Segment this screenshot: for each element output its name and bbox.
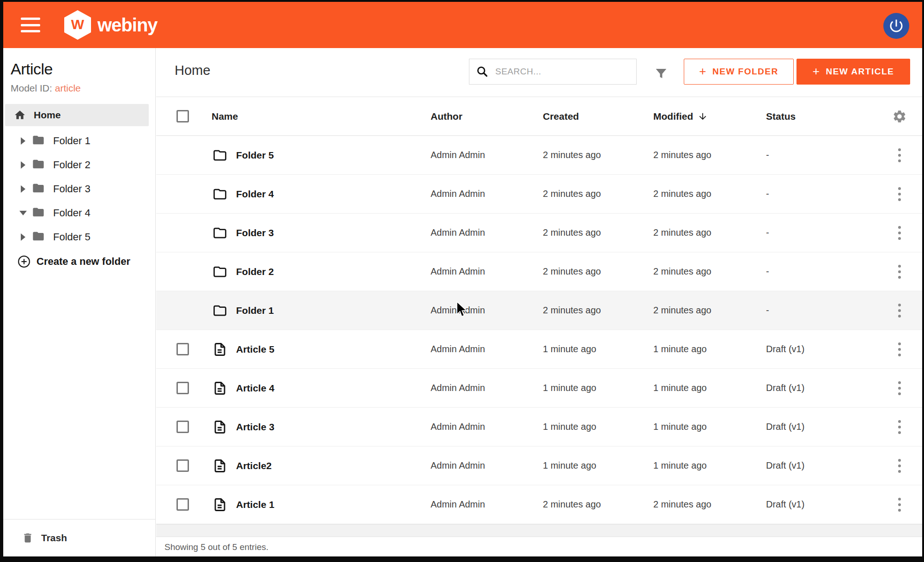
create-folder-button[interactable]: Create a new folder [3,249,155,274]
table-settings-gear-icon[interactable] [892,109,907,124]
webiny-logo[interactable]: W webiny [64,10,158,40]
table-row[interactable]: Article 1 Admin Admin 2 minutes ago 2 mi… [156,485,922,524]
logo-letter: W [64,13,91,36]
row-menu-kebab-icon[interactable] [895,184,904,204]
folder-icon [31,206,46,220]
row-menu-kebab-icon[interactable] [895,262,904,281]
row-menu-kebab-icon[interactable] [895,223,904,243]
table-row[interactable]: Folder 3 Admin Admin 2 minutes ago 2 min… [156,214,922,252]
row-author: Admin Admin [431,150,543,160]
row-name[interactable]: Article2 [236,460,272,471]
folder-icon [212,148,228,162]
table-row[interactable]: Article2 Admin Admin 1 minute ago 1 minu… [156,446,922,485]
user-avatar[interactable] [883,13,909,39]
model-id: Model ID: article [11,83,155,94]
row-name[interactable]: Folder 1 [236,305,274,316]
select-all-checkbox[interactable] [176,110,189,122]
caret-icon[interactable] [21,161,25,169]
search-input[interactable] [495,67,630,77]
row-author: Admin Admin [431,189,543,199]
column-header-name[interactable]: Name [212,111,431,122]
search-box[interactable] [469,59,637,85]
sidebar-item-folder-2[interactable]: Folder 2 [3,153,155,177]
table-row[interactable]: Folder 4 Admin Admin 2 minutes ago 2 min… [156,175,922,214]
plus-icon: + [699,64,707,79]
row-checkbox[interactable] [176,498,189,511]
document-icon [212,497,228,513]
document-icon [212,458,228,474]
row-created: 1 minute ago [543,344,653,354]
table-row[interactable]: Article 4 Admin Admin 1 minute ago 1 min… [156,369,922,408]
row-name[interactable]: Folder 5 [236,150,274,161]
row-checkbox[interactable] [176,421,189,433]
new-folder-button[interactable]: + NEW FOLDER [684,59,794,85]
row-name[interactable]: Article 3 [236,422,274,433]
row-menu-kebab-icon[interactable] [895,456,904,476]
folder-icon [212,226,228,240]
row-name[interactable]: Article 4 [236,383,274,394]
folder-icon [31,158,46,172]
row-created: 2 minutes ago [543,189,653,199]
new-article-button[interactable]: + NEW ARTICLE [796,59,910,85]
caret-icon[interactable] [21,185,25,193]
row-checkbox[interactable] [176,343,189,355]
row-created: 2 minutes ago [543,227,653,238]
row-status: - [766,227,877,238]
new-folder-label: NEW FOLDER [712,67,778,77]
sidebar-item-folder-4[interactable]: Folder 4 [3,201,155,225]
table-row[interactable]: Folder 2 Admin Admin 2 minutes ago 2 min… [156,252,922,291]
row-name[interactable]: Article 5 [236,344,274,355]
row-modified: 2 minutes ago [653,227,766,238]
folder-icon [31,230,46,244]
row-name[interactable]: Folder 2 [236,266,274,277]
column-header-modified[interactable]: Modified [653,111,766,122]
sidebar-item-folder-1[interactable]: Folder 1 [3,129,155,153]
folder-icon [31,134,46,148]
row-created: 1 minute ago [543,383,653,393]
model-id-value[interactable]: article [55,83,81,93]
row-author: Admin Admin [431,383,543,393]
row-author: Admin Admin [431,422,543,432]
sidebar-item-folder-3[interactable]: Folder 3 [3,177,155,201]
row-menu-kebab-icon[interactable] [895,146,904,165]
filter-icon[interactable] [653,65,669,82]
column-header-author[interactable]: Author [431,111,543,122]
sort-desc-arrow-icon [698,111,708,122]
table-row[interactable]: Article 5 Admin Admin 1 minute ago 1 min… [156,330,922,369]
table-row[interactable]: Folder 1 Admin Admin 2 minutes ago 2 min… [156,291,922,330]
caret-icon[interactable] [19,211,27,215]
main-content: Home + NEW FOLDER + NEW ARTICLE Name Aut… [156,48,922,556]
folder-icon [31,182,46,196]
row-modified: 1 minute ago [653,460,766,471]
table-row[interactable]: Article 3 Admin Admin 1 minute ago 1 min… [156,408,922,446]
plus-icon: + [813,64,821,79]
row-modified: 1 minute ago [653,383,766,393]
row-name[interactable]: Folder 4 [236,189,274,200]
caret-icon[interactable] [21,137,25,145]
row-status: Draft (v1) [766,499,877,510]
row-menu-kebab-icon[interactable] [895,340,904,359]
row-checkbox[interactable] [176,459,189,472]
row-author: Admin Admin [431,266,543,277]
row-modified: 2 minutes ago [653,189,766,199]
sidebar-item-trash[interactable]: Trash [3,519,155,556]
column-header-status[interactable]: Status [766,111,877,122]
row-checkbox[interactable] [176,382,189,394]
row-name[interactable]: Article 1 [236,499,274,510]
column-header-created[interactable]: Created [543,111,653,122]
caret-icon[interactable] [21,233,25,241]
table-row[interactable]: Folder 5 Admin Admin 2 minutes ago 2 min… [156,136,922,175]
sidebar-home-label: Home [34,110,61,121]
row-menu-kebab-icon[interactable] [895,495,904,514]
row-author: Admin Admin [431,344,543,354]
row-name[interactable]: Folder 3 [236,227,274,238]
row-menu-kebab-icon[interactable] [895,417,904,437]
sidebar-folder-label: Folder 1 [53,135,91,147]
row-menu-kebab-icon[interactable] [895,379,904,398]
hamburger-menu-icon[interactable] [21,18,40,32]
power-icon [888,18,905,34]
row-menu-kebab-icon[interactable] [895,301,904,320]
sidebar-item-folder-5[interactable]: Folder 5 [3,225,155,249]
row-status: - [766,266,877,277]
sidebar-item-home[interactable]: Home [5,104,149,126]
